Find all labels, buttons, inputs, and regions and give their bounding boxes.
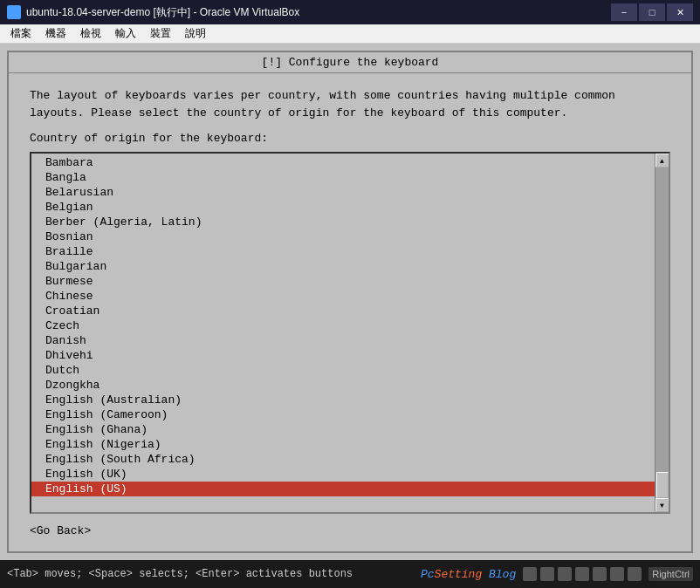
list-item[interactable]: Chinese — [31, 289, 655, 304]
list-item[interactable]: Bosnian — [31, 229, 655, 244]
dialog-title: [!] Configure the keyboard — [9, 52, 691, 73]
menu-bar: 檔案 機器 檢視 輸入 裝置 說明 — [0, 24, 700, 44]
logo-accent: Setting — [435, 568, 483, 581]
scroll-thumb[interactable] — [656, 472, 669, 498]
pcsetting-logo: PcSetting Blog — [421, 568, 516, 581]
list-item[interactable]: Dzongkha — [31, 378, 655, 393]
status-bar: <Tab> moves; <Space> selects; <Enter> ac… — [0, 560, 700, 588]
go-back-button[interactable]: <Go Back> — [30, 524, 670, 537]
tray-icon-6 — [610, 567, 624, 581]
section-label: Country of origin for the keyboard: — [30, 132, 670, 145]
list-item[interactable]: English (UK) — [31, 467, 655, 482]
tray-icon-7 — [628, 567, 642, 581]
description-text: The layout of keyboards varies per count… — [30, 87, 670, 121]
list-item[interactable]: English (Nigeria) — [31, 437, 655, 452]
title-bar: ubuntu-18.04-server-demo [執行中] - Oracle … — [0, 0, 700, 24]
vm-area: [!] Configure the keyboard The layout of… — [0, 44, 700, 560]
list-item[interactable]: Burmese — [31, 274, 655, 289]
tray-icon-3 — [558, 567, 572, 581]
list-item[interactable]: Dutch — [31, 363, 655, 378]
list-item[interactable]: English (South Africa) — [31, 452, 655, 467]
list-item[interactable]: Bangla — [31, 170, 655, 185]
status-text: <Tab> moves; <Space> selects; <Enter> ac… — [7, 568, 353, 580]
maximize-button[interactable]: □ — [639, 3, 665, 21]
menu-machine[interactable]: 機器 — [38, 24, 73, 43]
minimize-button[interactable]: − — [611, 3, 637, 21]
list-item[interactable]: English (Ghana) — [31, 422, 655, 437]
rightctrl-label: RightCtrl — [649, 567, 693, 581]
list-item[interactable]: Czech — [31, 318, 655, 333]
menu-file[interactable]: 檔案 — [3, 24, 38, 43]
list-item[interactable]: Belgian — [31, 200, 655, 215]
tray-icon-5 — [593, 567, 607, 581]
configure-keyboard-dialog: [!] Configure the keyboard The layout of… — [7, 51, 693, 553]
country-list[interactable]: BambaraBanglaBelarusianBelgianBerber (Al… — [31, 154, 655, 512]
list-item[interactable]: Danish — [31, 333, 655, 348]
list-item[interactable]: Belarusian — [31, 185, 655, 200]
scroll-track — [655, 168, 669, 498]
scroll-up-button[interactable]: ▲ — [655, 154, 669, 168]
app-icon — [7, 5, 21, 19]
scroll-down-button[interactable]: ▼ — [655, 498, 669, 512]
list-item[interactable]: English (Australian) — [31, 393, 655, 407]
list-item[interactable]: Bulgarian — [31, 259, 655, 274]
tray-icon-1 — [523, 567, 537, 581]
menu-devices[interactable]: 裝置 — [143, 24, 178, 43]
menu-help[interactable]: 說明 — [178, 24, 213, 43]
country-list-container: BambaraBanglaBelarusianBelgianBerber (Al… — [30, 152, 670, 514]
tray-icon-2 — [540, 567, 554, 581]
list-item[interactable]: Berber (Algeria, Latin) — [31, 215, 655, 229]
menu-input[interactable]: 輸入 — [108, 24, 143, 43]
tray-icon-4 — [575, 567, 589, 581]
window-controls: − □ ✕ — [611, 3, 693, 21]
system-tray — [523, 567, 642, 581]
close-button[interactable]: ✕ — [667, 3, 693, 21]
list-item[interactable]: Croatian — [31, 304, 655, 318]
window-title: ubuntu-18.04-server-demo [執行中] - Oracle … — [26, 5, 611, 20]
list-item[interactable]: English (Cameroon) — [31, 407, 655, 422]
list-item[interactable]: Dhivehi — [31, 348, 655, 363]
scrollbar[interactable]: ▲ ▼ — [655, 154, 669, 512]
list-item[interactable]: Bambara — [31, 155, 655, 170]
list-item[interactable]: English (US)1 — [31, 482, 655, 496]
list-item[interactable]: Braille — [31, 244, 655, 259]
menu-view[interactable]: 檢視 — [73, 24, 108, 43]
status-right: PcSetting Blog RightCtrl — [421, 567, 693, 581]
dialog-content: The layout of keyboards varies per count… — [9, 73, 691, 551]
